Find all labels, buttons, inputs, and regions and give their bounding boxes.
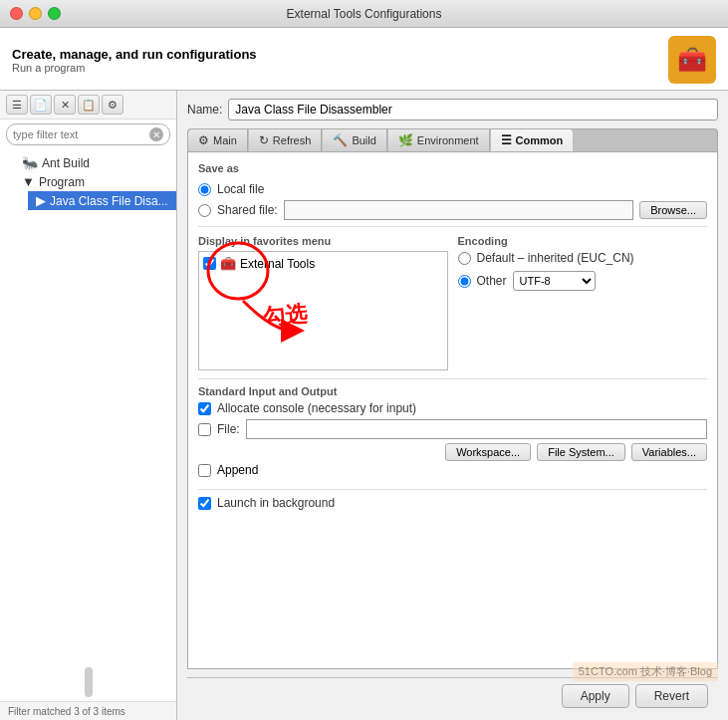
apply-button[interactable]: Apply bbox=[562, 684, 629, 708]
allocate-console-checkbox[interactable] bbox=[198, 402, 211, 415]
tab-common[interactable]: ☰ Common bbox=[491, 129, 574, 151]
default-encoding-label: Default – inherited (EUC_CN) bbox=[477, 251, 634, 265]
favorites-box: 🧰 External Tools bbox=[198, 251, 448, 370]
two-col-section: Display in favorites menu 🧰 External Too… bbox=[198, 235, 707, 370]
content-wrapper: Name: ⚙ Main ↻ Refresh 🔨 Build 🌿 bbox=[177, 91, 728, 720]
name-input[interactable] bbox=[228, 99, 718, 120]
annotation-text: 勾选 bbox=[262, 299, 308, 333]
search-box[interactable]: ✕ bbox=[6, 123, 170, 145]
window-title: External Tools Configurations bbox=[287, 7, 442, 21]
default-encoding-row: Default – inherited (EUC_CN) bbox=[458, 251, 708, 265]
maximize-window-button[interactable] bbox=[48, 7, 61, 20]
env-tab-icon: 🌿 bbox=[398, 133, 413, 147]
variables-button[interactable]: Variables... bbox=[631, 443, 707, 461]
append-label: Append bbox=[217, 463, 258, 477]
stdio-btn-row: Workspace... File System... Variables... bbox=[198, 443, 707, 461]
revert-button[interactable]: Revert bbox=[635, 684, 708, 708]
minimize-window-button[interactable] bbox=[29, 7, 42, 20]
launch-bg-checkbox[interactable] bbox=[198, 497, 211, 510]
stdio-label: Standard Input and Output bbox=[198, 385, 707, 397]
allocate-console-label: Allocate console (necessary for input) bbox=[217, 401, 416, 415]
file-checkbox[interactable] bbox=[198, 423, 211, 436]
tab-refresh[interactable]: ↻ Refresh bbox=[249, 129, 323, 151]
tab-common-label: Common bbox=[516, 134, 564, 146]
tree-item-ant-build[interactable]: 🐜 Ant Build bbox=[14, 153, 176, 172]
launch-bg-row: Launch in background bbox=[198, 489, 707, 510]
main-layout: ☰ 📄 ✕ 📋 ⚙ ✕ 🐜 Ant Build ▼ Program ▶ Java… bbox=[0, 91, 728, 720]
tab-refresh-label: Refresh bbox=[273, 134, 312, 146]
shared-file-radio[interactable] bbox=[198, 204, 211, 217]
file-row: File: bbox=[198, 419, 707, 439]
local-file-row: Local file bbox=[198, 182, 707, 196]
external-tools-label[interactable]: External Tools bbox=[240, 257, 315, 271]
close-window-button[interactable] bbox=[10, 7, 23, 20]
shared-file-input[interactable] bbox=[284, 200, 633, 220]
tree-item-java-disasm[interactable]: ▶ Java Class File Disa... bbox=[28, 191, 176, 210]
header-text: Create, manage, and run configurations R… bbox=[12, 47, 257, 74]
bottom-action-bar: Apply Revert bbox=[187, 677, 718, 713]
encoding-label: Encoding bbox=[458, 235, 708, 247]
shared-file-row: Shared file: Browse... bbox=[198, 200, 707, 220]
spacer bbox=[187, 669, 718, 677]
tree-item-program[interactable]: ▼ Program bbox=[14, 172, 176, 191]
sidebar-footer: Filter matched 3 of 3 items bbox=[0, 701, 176, 720]
local-file-label[interactable]: Local file bbox=[217, 182, 264, 196]
workspace-button[interactable]: Workspace... bbox=[445, 443, 531, 461]
other-encoding-radio[interactable] bbox=[458, 275, 471, 288]
tree-area: 🐜 Ant Build ▼ Program ▶ Java Class File … bbox=[0, 149, 176, 667]
browse-button[interactable]: Browse... bbox=[639, 201, 707, 219]
tab-content-common: Save as Local file Shared file: Browse..… bbox=[187, 151, 718, 669]
external-tools-icon: 🧰 bbox=[220, 256, 236, 271]
sidebar-scrollbar[interactable] bbox=[85, 667, 93, 697]
filesystem-button[interactable]: File System... bbox=[537, 443, 625, 461]
titlebar-buttons bbox=[10, 7, 61, 20]
save-as-section: Save as Local file Shared file: Browse..… bbox=[198, 162, 707, 227]
search-input[interactable] bbox=[13, 128, 149, 140]
shared-file-label: Shared file: bbox=[217, 203, 278, 217]
external-tools-checkbox[interactable] bbox=[203, 257, 216, 270]
name-label: Name: bbox=[187, 103, 222, 117]
new-config-button[interactable]: ☰ bbox=[6, 95, 28, 115]
launch-bg-label: Launch in background bbox=[217, 496, 335, 510]
tab-environment[interactable]: 🌿 Environment bbox=[388, 129, 490, 151]
tab-build-label: Build bbox=[352, 134, 375, 146]
ant-icon: 🐜 bbox=[22, 155, 38, 170]
header-icon: 🧰 bbox=[668, 36, 716, 84]
encoding-select[interactable]: UTF-8 UTF-16 ISO-8859-1 bbox=[513, 271, 596, 291]
sidebar: ☰ 📄 ✕ 📋 ⚙ ✕ 🐜 Ant Build ▼ Program ▶ Java… bbox=[0, 91, 177, 720]
favorites-label: Display in favorites menu bbox=[198, 235, 448, 247]
tab-main[interactable]: ⚙ Main bbox=[188, 129, 248, 151]
other-encoding-row: Other UTF-8 UTF-16 ISO-8859-1 bbox=[458, 271, 708, 291]
fav-item-external-tools: 🧰 External Tools bbox=[203, 256, 443, 271]
tree-item-label: Ant Build bbox=[42, 156, 90, 170]
filter-button[interactable]: 📋 bbox=[78, 95, 100, 115]
other-encoding-label: Other bbox=[477, 274, 507, 288]
delete-button[interactable]: ✕ bbox=[54, 95, 76, 115]
titlebar: External Tools Configurations bbox=[0, 0, 728, 28]
java-icon: ▶ bbox=[36, 193, 46, 208]
encoding-section: Encoding Default – inherited (EUC_CN) Ot… bbox=[458, 235, 708, 370]
search-clear-button[interactable]: ✕ bbox=[149, 127, 163, 141]
refresh-tab-icon: ↻ bbox=[259, 133, 269, 147]
allocate-console-row: Allocate console (necessary for input) bbox=[198, 401, 707, 415]
encoding-options: Default – inherited (EUC_CN) Other UTF-8… bbox=[458, 251, 708, 291]
default-encoding-radio[interactable] bbox=[458, 252, 471, 265]
tab-build[interactable]: 🔨 Build bbox=[323, 129, 386, 151]
file-label: File: bbox=[217, 422, 240, 436]
settings-button[interactable]: ⚙ bbox=[102, 95, 123, 115]
svg-point-0 bbox=[208, 243, 268, 299]
filter-status: Filter matched 3 of 3 items bbox=[8, 706, 125, 717]
header: Create, manage, and run configurations R… bbox=[0, 28, 728, 91]
common-tab-icon: ☰ bbox=[501, 133, 512, 147]
duplicate-button[interactable]: 📄 bbox=[30, 95, 52, 115]
main-tab-icon: ⚙ bbox=[198, 133, 209, 147]
append-row: Append bbox=[198, 463, 707, 477]
file-input[interactable] bbox=[246, 419, 707, 439]
content-area: Name: ⚙ Main ↻ Refresh 🔨 Build 🌿 bbox=[177, 91, 728, 720]
sidebar-toolbar: ☰ 📄 ✕ 📋 ⚙ bbox=[0, 91, 176, 120]
append-checkbox[interactable] bbox=[198, 464, 211, 477]
local-file-radio[interactable] bbox=[198, 183, 211, 196]
header-sub-title: Run a program bbox=[12, 62, 257, 74]
program-expand-icon: ▼ bbox=[22, 174, 35, 189]
tree-item-label: Program bbox=[39, 175, 85, 189]
